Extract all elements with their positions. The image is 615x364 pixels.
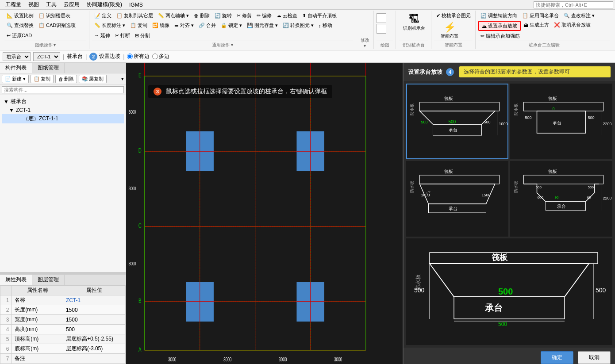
btn-smart-arrange[interactable]: ⚡ 智能布置 (434, 20, 465, 41)
svg-text:承台: 承台 (553, 120, 561, 125)
svg-text:3000: 3000 (334, 357, 342, 363)
ribbon-group-drawings-content: 📐 设置比例 📋 识别楼层表 🔍 查找替换 📋 CAD识别选项 ↩ (4, 11, 86, 41)
btn-copy-to-layer[interactable]: 📋 复制到其它层 (114, 11, 155, 20)
option-card-1[interactable]: 防水板 筏板 承台 500 500 500 1000 (406, 84, 508, 159)
btn-find-replace[interactable]: 🔍 查找替换 (4, 21, 36, 30)
svg-text:500: 500 (498, 287, 513, 296)
btn-rotate[interactable]: 🔄 旋转 (212, 11, 234, 20)
btn-two-point-axis[interactable]: 📏 两点辅轴 ▾ (156, 11, 191, 20)
btn-merge[interactable]: 🔗 合并 (196, 21, 218, 30)
svg-text:2200: 2200 (603, 196, 612, 200)
option-card-2[interactable]: 防水板 筏板 承台 500 500 0 2200 (510, 84, 612, 159)
btn-extend[interactable]: → 延伸 (92, 31, 112, 40)
svg-rect-45 (409, 84, 506, 142)
component-panel-tabs: 构件列表 图纸管理 (0, 63, 126, 73)
component-search-input[interactable] (2, 86, 124, 93)
btn-break[interactable]: ✂ 打断 (113, 31, 132, 40)
btn-delete-component[interactable]: 🗑 删除 (55, 75, 77, 83)
option-diagram-2: 防水板 筏板 承台 500 500 0 2200 (511, 84, 611, 142)
menu-item-collab[interactable]: 协同建模(限免) (83, 1, 126, 8)
btn-edit[interactable]: ✏ 编修 (254, 11, 274, 20)
btn-verify-cap[interactable]: ✔ 校核承台图元 (434, 11, 473, 20)
btn-mirror[interactable]: 🔁 镜像 (150, 21, 172, 30)
tree-zct1-1[interactable]: （底）ZCT-1-1 (2, 114, 124, 123)
save-icon: 💾 (247, 23, 253, 28)
btn-cad-options[interactable]: 📋 CAD识别选项 (36, 21, 78, 30)
table-row: 4 高度(mm) 500 (0, 325, 126, 334)
tab-layer-management[interactable]: 图层管理 (32, 275, 65, 285)
define-icon: 📝 (94, 13, 100, 19)
btn-trim[interactable]: ✂ 修剪 (234, 11, 254, 20)
btn-lock[interactable]: 🔒 锁定 ▾ (219, 21, 244, 30)
cancel-button[interactable]: 取消 (578, 351, 611, 364)
svg-text:3000: 3000 (128, 109, 136, 115)
ribbon-group-smart-label: 智能布置 (434, 41, 473, 48)
btn-cloud-check[interactable]: ☁ 云检查 (274, 11, 300, 20)
btn-set-cap-slope[interactable]: ⛰ 设置承台放坡 (478, 21, 521, 31)
menu-item-cloud[interactable]: 云应用 (60, 1, 83, 8)
svg-text:500: 500 (498, 321, 507, 327)
component-tree: ▼ 桩承台 ▼ ZCT-1 （底）ZCT-1-1 (0, 95, 126, 125)
btn-set-scale[interactable]: 📐 设置比例 (4, 11, 36, 20)
option-card-3[interactable]: 防水板 筏板 承台 1000 1500 1:k (406, 161, 508, 237)
btn-move[interactable]: ↕ 移动 (316, 21, 334, 30)
btn-restore-cad[interactable]: ↩ 还原CAD (4, 31, 34, 40)
btn-edit-rebar[interactable]: ✏ 编辑承台加强筋 (478, 32, 522, 40)
tree-zct1[interactable]: ▼ ZCT-1 (2, 106, 124, 114)
menu-item-tools[interactable]: 工具 (42, 1, 60, 8)
menu-item-view[interactable]: 视图 (25, 1, 42, 8)
svg-text:D: D (138, 147, 142, 154)
tab-property-list[interactable]: 属性列表 (0, 275, 32, 285)
floor-icon: 📋 (38, 13, 45, 19)
ribbon-group-general-content: 📝 定义 📋 复制到其它层 📏 两点辅轴 ▾ 🗑 删除 🔄 旋转 (92, 11, 353, 41)
btn-gen-earthwork[interactable]: 🏔 生成土方 (521, 21, 551, 29)
btn-apply-same-cap[interactable]: 📋 应用同名承台 (520, 11, 561, 20)
btn-align[interactable]: ⚌ 对齐 ▾ (172, 21, 196, 30)
radio-all-edges[interactable]: 所有边 (127, 53, 150, 60)
quick-search-input[interactable] (534, 1, 613, 8)
btn-layer-copy[interactable]: 📚 层复制 (79, 75, 107, 83)
earth-icon: 🏔 (523, 23, 528, 28)
btn-auto-align[interactable]: ⬆ 自动平齐顶板 (300, 11, 339, 20)
tab-component-list[interactable]: 构件列表 (0, 63, 32, 73)
svg-text:承台: 承台 (449, 127, 457, 132)
split-icon: ⊞ (135, 33, 139, 38)
btn-new-component[interactable]: 📄 新建 ▾ (2, 75, 29, 83)
dialog-options-grid: 防水板 筏板 承台 500 500 500 1000 (404, 81, 615, 348)
radio-multi-edges[interactable]: 多边 (152, 53, 169, 60)
svg-text:防水板: 防水板 (514, 103, 518, 115)
btn-identify-pile-cap[interactable]: 🏗 识别桩承台 (399, 11, 430, 33)
ribbon-group-secondary-label: 桩承台二次编辑 (478, 41, 610, 48)
svg-text:3000: 3000 (128, 186, 136, 192)
cad-canvas[interactable]: E D C B A 3000 3000 3000 3000 3000 3000 … (126, 63, 403, 364)
menu-item-igms[interactable]: IGMS (126, 2, 146, 8)
btn-save-elem[interactable]: 💾 图元存盘 ▾ (245, 21, 280, 30)
svg-text:E: E (138, 72, 141, 79)
tree-pile-cap-root[interactable]: ▼ 桩承台 (2, 97, 124, 106)
tab-drawing-management[interactable]: 图纸管理 (32, 63, 65, 73)
btn-cancel-slope[interactable]: ❌ 取消承台放坡 (552, 21, 593, 29)
confirm-button[interactable]: 确定 (541, 351, 573, 364)
option-card-4[interactable]: 防水板 筏板 承台 500 500 600 60 90 2200 (510, 161, 612, 237)
btn-identify-floor[interactable]: 📋 识别楼层表 (36, 11, 73, 20)
btn-define[interactable]: 📝 定义 (92, 11, 114, 20)
svg-text:90: 90 (555, 195, 559, 199)
btn-length-dim[interactable]: 📏 长度标注 ▾ (92, 21, 127, 30)
svg-text:3000: 3000 (223, 357, 232, 363)
btn-adjust-rebar-dir[interactable]: 🔄 调整钢筋方向 (478, 11, 519, 20)
option-diagram-5: 防水板 筏板 承台 500 500 500 (407, 239, 611, 328)
option-card-5[interactable]: 防水板 筏板 承台 500 500 500 (406, 238, 612, 345)
btn-split[interactable]: ⊞ 分割 (133, 31, 152, 40)
btn-copy[interactable]: 📋 复制 (128, 21, 150, 30)
location-select[interactable]: 桩承台 (3, 52, 31, 61)
ribbon-group-draw-label: 绘图 (377, 41, 393, 48)
menu-item-engineering[interactable]: 工程量 (2, 1, 25, 8)
btn-copy-component[interactable]: 📋 复制 (31, 75, 54, 83)
cad-options-icon: 📋 (38, 23, 45, 28)
ribbon-group-modify-content (359, 11, 371, 36)
btn-check-annotation[interactable]: 🔍 查改标注 ▾ (561, 11, 597, 20)
btn-delete[interactable]: 🗑 删除 (192, 11, 212, 20)
btn-convert[interactable]: 🔄 转换图元 ▾ (281, 21, 316, 30)
component-select[interactable]: ZCT-1 (33, 52, 60, 61)
svg-text:筏板: 筏板 (492, 253, 508, 262)
